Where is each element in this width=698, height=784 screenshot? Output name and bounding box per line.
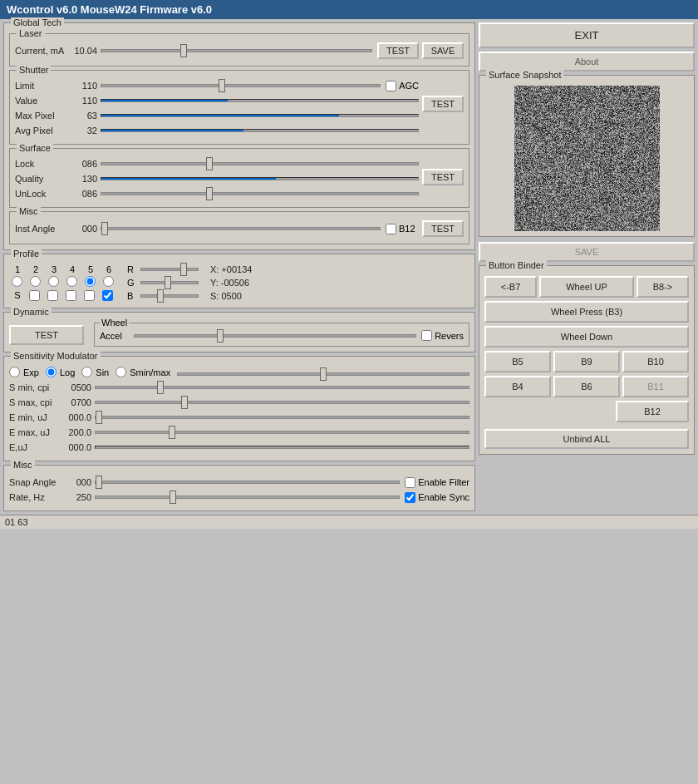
b9-button[interactable]: B9	[553, 351, 620, 372]
radio-6[interactable]	[103, 276, 114, 287]
b12-binder-button[interactable]: B12	[616, 401, 689, 422]
laser-slider[interactable]	[101, 49, 372, 52]
global-tech-label: Global Tech	[11, 17, 64, 27]
chk-4-container[interactable]	[82, 290, 99, 303]
sin-radio[interactable]	[81, 367, 92, 377]
log-radio-label[interactable]: Log	[46, 367, 75, 377]
sensitivity-curve-slider[interactable]	[177, 372, 469, 376]
exp-label: Exp	[23, 367, 39, 377]
laser-slider-container[interactable]	[101, 44, 372, 57]
surface-group: Surface Lock 086 Quality 130	[9, 148, 469, 208]
smax-slider-container[interactable]	[95, 396, 469, 409]
unlock-slider-container[interactable]	[101, 187, 419, 200]
b7-button[interactable]: <-B7	[484, 276, 537, 298]
chk-2-container[interactable]	[46, 290, 62, 303]
laser-save-button[interactable]: SAVE	[422, 42, 464, 59]
rate-label: Rate, Hz	[9, 492, 63, 502]
radio-5[interactable]	[85, 276, 96, 287]
radio-2-container[interactable]	[27, 276, 44, 288]
radio-6-container[interactable]	[101, 276, 117, 288]
emin-slider-container[interactable]	[95, 411, 469, 424]
profile-chk-3[interactable]	[66, 290, 76, 301]
lock-slider-container[interactable]	[101, 157, 419, 170]
sin-radio-label[interactable]: Sin	[81, 367, 109, 377]
value-slider-container[interactable]	[101, 94, 419, 107]
dynamic-test-button[interactable]: TEST	[9, 325, 84, 345]
radio-2[interactable]	[30, 276, 41, 287]
enablefilter-checkbox[interactable]	[405, 477, 415, 488]
profile-chk-5[interactable]	[102, 290, 113, 301]
limit-slider[interactable]	[101, 84, 381, 87]
smin-slider-container[interactable]	[95, 381, 469, 394]
b10-button[interactable]: B10	[622, 351, 689, 372]
rate-slider[interactable]	[95, 496, 400, 499]
emax-slider[interactable]	[95, 431, 469, 434]
log-radio[interactable]	[46, 367, 57, 377]
global-tech-group: Global Tech Laser Current, mA 10.04 TEST…	[3, 22, 475, 250]
radio-5-container[interactable]	[82, 276, 99, 288]
profile-chk-2[interactable]	[47, 290, 58, 301]
b12-checkbox[interactable]	[386, 224, 396, 234]
profile-chk-1[interactable]	[29, 290, 40, 301]
radio-1[interactable]	[12, 276, 22, 287]
chk-5-container[interactable]	[101, 290, 117, 303]
surface-test-button[interactable]: TEST	[422, 169, 464, 185]
emin-slider[interactable]	[95, 416, 469, 419]
b4-button[interactable]: B4	[484, 376, 551, 397]
revers-checkbox[interactable]	[421, 330, 432, 341]
laser-label: Laser	[17, 28, 45, 38]
emax-value: 200.0	[63, 427, 95, 437]
misc1-group: Misc Inst Angle 000 B12 TEST	[9, 211, 469, 244]
chk-1-container[interactable]	[27, 290, 44, 303]
wheelup-button[interactable]: Wheel UP	[539, 276, 634, 298]
enablesync-checkbox[interactable]	[405, 492, 415, 503]
instangle-label: Inst Angle	[15, 224, 69, 234]
smin-slider[interactable]	[95, 386, 469, 389]
g-slider[interactable]	[140, 281, 199, 284]
b-label: B	[127, 291, 137, 301]
title-bar: Wcontrol v6.0 MouseW24 Firmware v6.0	[0, 0, 698, 19]
radio-1-container[interactable]	[9, 276, 26, 288]
radio-3-container[interactable]	[46, 276, 62, 288]
limit-label: Limit	[15, 81, 69, 91]
sminmax-radio[interactable]	[116, 367, 126, 377]
exit-button[interactable]: EXIT	[479, 22, 695, 48]
b6-button[interactable]: B6	[553, 376, 620, 397]
instangle-slider-container[interactable]	[101, 222, 381, 235]
right-save-button[interactable]: SAVE	[479, 242, 695, 262]
misc-test-button[interactable]: TEST	[422, 220, 464, 237]
smax-slider[interactable]	[95, 401, 469, 404]
misc1-label: Misc	[17, 206, 41, 216]
radio-4[interactable]	[66, 276, 77, 287]
snapangle-slider[interactable]	[95, 481, 400, 484]
avgpixel-label: Avg Pixel	[15, 126, 69, 136]
agc-checkbox[interactable]	[386, 81, 396, 91]
b-slider[interactable]	[140, 294, 199, 298]
lock-slider[interactable]	[101, 162, 419, 165]
radio-3[interactable]	[48, 276, 59, 287]
wheelpress-button[interactable]: Wheel Press (B3)	[484, 301, 689, 323]
shutter-test-button[interactable]: TEST	[422, 96, 464, 112]
b8-button[interactable]: B8->	[637, 276, 689, 298]
r-slider[interactable]	[140, 268, 199, 271]
unbindall-button[interactable]: Unbind ALL	[484, 429, 689, 449]
quality-slider-container	[101, 172, 419, 185]
wheel-slider[interactable]	[134, 334, 416, 338]
rate-slider-container[interactable]	[95, 491, 400, 504]
laser-test-button[interactable]: TEST	[377, 42, 419, 59]
wheeldown-button[interactable]: Wheel Down	[484, 326, 689, 348]
unlock-slider[interactable]	[101, 192, 419, 195]
exp-radio[interactable]	[9, 367, 20, 377]
snapangle-slider-container[interactable]	[95, 476, 400, 489]
exp-radio-label[interactable]: Exp	[9, 367, 39, 377]
instangle-slider[interactable]	[101, 227, 381, 230]
chk-3-container[interactable]	[64, 290, 81, 303]
limit-slider-container[interactable]	[101, 79, 381, 92]
profile-chk-4[interactable]	[84, 290, 95, 301]
about-button[interactable]: About	[479, 52, 695, 71]
b5-button[interactable]: B5	[484, 351, 551, 372]
emax-slider-container[interactable]	[95, 426, 469, 439]
misc2-group: Misc Snap Angle 000 Enable Filter Rate, …	[3, 465, 475, 511]
sminmax-radio-label[interactable]: Smin/max	[116, 367, 170, 377]
radio-4-container[interactable]	[64, 276, 81, 288]
